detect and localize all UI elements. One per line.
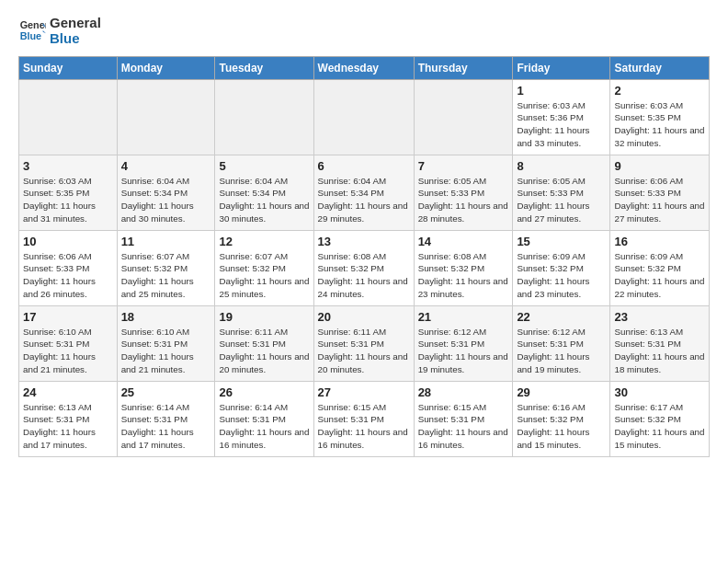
day-number: 27 [318,385,410,399]
day-cell: 3Sunrise: 6:03 AMSunset: 5:35 PMDaylight… [19,155,118,230]
day-info: Sunrise: 6:11 AMSunset: 5:31 PMDaylight:… [219,326,309,376]
day-number: 28 [418,385,509,399]
weekday-monday: Monday [117,56,215,79]
day-info: Sunrise: 6:06 AMSunset: 5:33 PMDaylight:… [23,250,113,301]
day-info: Sunrise: 6:05 AMSunset: 5:33 PMDaylight:… [418,175,509,225]
weekday-friday: Friday [513,56,610,79]
day-cell: 23Sunrise: 6:13 AMSunset: 5:31 PMDayligh… [610,305,710,381]
day-number: 10 [23,235,113,248]
logo-blue: Blue [50,30,101,46]
day-number: 11 [121,235,211,248]
day-info: Sunrise: 6:16 AMSunset: 5:32 PMDaylight:… [517,401,606,452]
logo-icon: General Blue [18,17,46,44]
day-info: Sunrise: 6:03 AMSunset: 5:36 PMDaylight:… [517,99,606,150]
day-info: Sunrise: 6:15 AMSunset: 5:31 PMDaylight:… [418,401,509,452]
day-info: Sunrise: 6:10 AMSunset: 5:31 PMDaylight:… [23,326,113,376]
day-info: Sunrise: 6:04 AMSunset: 5:34 PMDaylight:… [121,175,211,225]
day-number: 30 [614,385,705,399]
calendar-body: 1Sunrise: 6:03 AMSunset: 5:36 PMDaylight… [19,79,710,456]
day-info: Sunrise: 6:05 AMSunset: 5:33 PMDaylight:… [517,175,606,225]
day-info: Sunrise: 6:15 AMSunset: 5:31 PMDaylight:… [318,401,410,452]
day-info: Sunrise: 6:08 AMSunset: 5:32 PMDaylight:… [418,250,509,301]
weekday-sunday: Sunday [19,56,118,79]
day-cell: 20Sunrise: 6:11 AMSunset: 5:31 PMDayligh… [313,305,414,381]
week-row-4: 24Sunrise: 6:13 AMSunset: 5:31 PMDayligh… [19,381,710,456]
day-info: Sunrise: 6:04 AMSunset: 5:34 PMDaylight:… [219,175,309,225]
day-number: 4 [121,159,211,173]
day-cell [313,79,414,155]
day-number: 23 [614,310,705,324]
day-number: 17 [23,310,113,324]
day-cell: 18Sunrise: 6:10 AMSunset: 5:31 PMDayligh… [117,305,215,381]
day-cell: 27Sunrise: 6:15 AMSunset: 5:31 PMDayligh… [313,381,414,456]
day-info: Sunrise: 6:12 AMSunset: 5:31 PMDaylight:… [418,326,509,376]
day-info: Sunrise: 6:11 AMSunset: 5:31 PMDaylight:… [318,326,410,376]
svg-text:Blue: Blue [20,30,41,41]
day-number: 24 [23,385,113,399]
day-cell: 5Sunrise: 6:04 AMSunset: 5:34 PMDaylight… [215,155,313,230]
day-cell: 16Sunrise: 6:09 AMSunset: 5:32 PMDayligh… [610,230,710,305]
week-row-2: 10Sunrise: 6:06 AMSunset: 5:33 PMDayligh… [19,230,710,305]
day-info: Sunrise: 6:13 AMSunset: 5:31 PMDaylight:… [614,326,705,376]
day-number: 14 [418,235,509,248]
calendar-header: SundayMondayTuesdayWednesdayThursdayFrid… [19,56,710,79]
day-cell: 26Sunrise: 6:14 AMSunset: 5:31 PMDayligh… [215,381,313,456]
day-info: Sunrise: 6:14 AMSunset: 5:31 PMDaylight:… [121,401,211,452]
week-row-0: 1Sunrise: 6:03 AMSunset: 5:36 PMDaylight… [19,79,710,155]
day-info: Sunrise: 6:12 AMSunset: 5:31 PMDaylight:… [517,326,606,376]
day-info: Sunrise: 6:17 AMSunset: 5:32 PMDaylight:… [614,401,705,452]
day-cell [215,79,313,155]
day-info: Sunrise: 6:13 AMSunset: 5:31 PMDaylight:… [23,401,113,452]
svg-text:General: General [20,20,46,31]
day-cell: 6Sunrise: 6:04 AMSunset: 5:34 PMDaylight… [313,155,414,230]
weekday-wednesday: Wednesday [313,56,414,79]
day-cell: 19Sunrise: 6:11 AMSunset: 5:31 PMDayligh… [215,305,313,381]
day-number: 19 [219,310,309,324]
weekday-row: SundayMondayTuesdayWednesdayThursdayFrid… [19,56,710,79]
week-row-1: 3Sunrise: 6:03 AMSunset: 5:35 PMDaylight… [19,155,710,230]
day-cell: 21Sunrise: 6:12 AMSunset: 5:31 PMDayligh… [414,305,513,381]
day-number: 2 [614,84,705,98]
weekday-saturday: Saturday [610,56,710,79]
day-cell: 9Sunrise: 6:06 AMSunset: 5:33 PMDaylight… [610,155,710,230]
day-cell: 30Sunrise: 6:17 AMSunset: 5:32 PMDayligh… [610,381,710,456]
day-number: 22 [517,310,606,324]
day-cell: 1Sunrise: 6:03 AMSunset: 5:36 PMDaylight… [513,79,610,155]
day-cell: 7Sunrise: 6:05 AMSunset: 5:33 PMDaylight… [414,155,513,230]
day-info: Sunrise: 6:03 AMSunset: 5:35 PMDaylight:… [614,99,705,150]
day-cell: 13Sunrise: 6:08 AMSunset: 5:32 PMDayligh… [313,230,414,305]
day-info: Sunrise: 6:07 AMSunset: 5:32 PMDaylight:… [121,250,211,301]
day-info: Sunrise: 6:08 AMSunset: 5:32 PMDaylight:… [318,250,410,301]
day-info: Sunrise: 6:03 AMSunset: 5:35 PMDaylight:… [23,175,113,225]
day-cell [117,79,215,155]
day-number: 7 [418,159,509,173]
day-cell: 17Sunrise: 6:10 AMSunset: 5:31 PMDayligh… [19,305,118,381]
day-number: 9 [614,159,705,173]
logo: General Blue General Blue [18,15,101,47]
day-number: 25 [121,385,211,399]
day-number: 6 [318,159,410,173]
day-cell: 15Sunrise: 6:09 AMSunset: 5:32 PMDayligh… [513,230,610,305]
day-number: 5 [219,159,309,173]
logo-general: General [50,15,101,30]
week-row-3: 17Sunrise: 6:10 AMSunset: 5:31 PMDayligh… [19,305,710,381]
day-number: 20 [318,310,410,324]
day-number: 16 [614,235,705,248]
day-cell: 10Sunrise: 6:06 AMSunset: 5:33 PMDayligh… [19,230,118,305]
day-cell: 12Sunrise: 6:07 AMSunset: 5:32 PMDayligh… [215,230,313,305]
header: General Blue General Blue [18,15,710,47]
day-info: Sunrise: 6:10 AMSunset: 5:31 PMDaylight:… [121,326,211,376]
day-info: Sunrise: 6:04 AMSunset: 5:34 PMDaylight:… [318,175,410,225]
calendar: SundayMondayTuesdayWednesdayThursdayFrid… [18,56,710,457]
day-cell: 24Sunrise: 6:13 AMSunset: 5:31 PMDayligh… [19,381,118,456]
day-cell [414,79,513,155]
weekday-thursday: Thursday [414,56,513,79]
page: General Blue General Blue SundayMondayTu… [0,0,728,472]
day-number: 3 [23,159,113,173]
day-number: 8 [517,159,606,173]
day-info: Sunrise: 6:09 AMSunset: 5:32 PMDaylight:… [614,250,705,301]
day-cell: 4Sunrise: 6:04 AMSunset: 5:34 PMDaylight… [117,155,215,230]
day-number: 12 [219,235,309,248]
day-cell: 11Sunrise: 6:07 AMSunset: 5:32 PMDayligh… [117,230,215,305]
day-cell: 2Sunrise: 6:03 AMSunset: 5:35 PMDaylight… [610,79,710,155]
